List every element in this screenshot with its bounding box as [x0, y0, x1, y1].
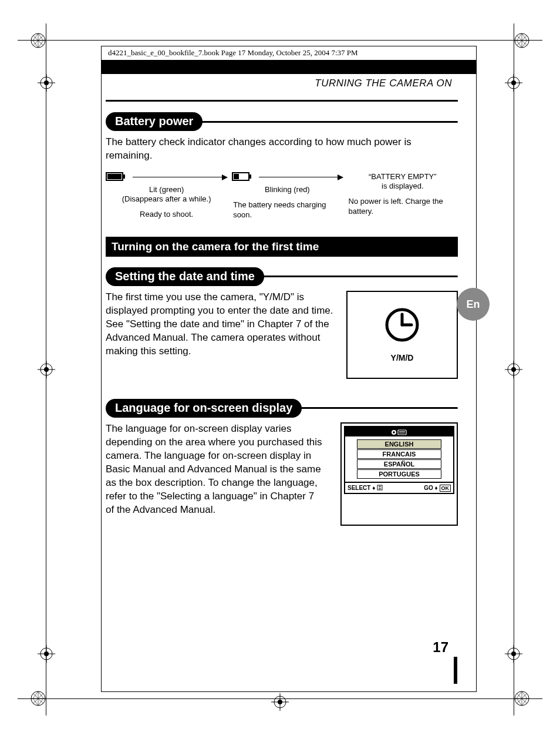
section-title: Language for on-screen display	[106, 399, 302, 418]
heading-rule	[261, 276, 458, 277]
heading-rule	[298, 407, 458, 409]
battery-state-full: Lit (green) (Disappears after a while.) …	[106, 172, 227, 220]
datetime-body: The first time you use the camera, "Y/M/…	[106, 291, 335, 370]
crop-line	[18, 698, 542, 699]
target-icon	[38, 645, 55, 663]
ymd-label: Y/M/D	[391, 353, 414, 362]
svg-rect-15	[107, 174, 122, 179]
target-icon	[38, 361, 55, 378]
battery-state-empty: “BATTERY EMPTY” is displayed. No power i…	[348, 172, 458, 220]
battery-intro: The battery check indicator changes acco…	[106, 136, 458, 163]
language-option-francais: FRANCAIS	[357, 449, 441, 459]
crop-mark-icon	[513, 32, 531, 49]
go-hint: GO ♦ OK	[424, 485, 451, 492]
section-heading-language: Language for on-screen display	[106, 399, 458, 418]
battery-low-icon	[232, 172, 252, 183]
battery-status-label: Blinking (red)	[232, 185, 342, 194]
crop-line	[514, 23, 514, 716]
language-option-portugues: PORTUGUES	[357, 469, 441, 479]
battery-desc: Ready to shoot.	[106, 210, 227, 220]
section-heading-battery: Battery power	[106, 112, 458, 131]
language-body: The language for on-screen display varie…	[106, 422, 324, 517]
clock-display: Y/M/D	[346, 291, 458, 379]
arrow-icon	[259, 177, 342, 177]
battery-desc: No power is left. Charge the battery.	[348, 197, 458, 217]
battery-states-row: Lit (green) (Disappears after a while.) …	[106, 172, 458, 220]
clock-icon	[384, 307, 420, 342]
battery-desc: The battery needs charging soon.	[232, 200, 342, 220]
svg-rect-14	[123, 174, 125, 179]
select-hint: SELECT ♦	[348, 485, 383, 492]
page-content: d4221_basic_e_00_bookfile_7.book Page 17…	[106, 47, 458, 546]
target-icon	[38, 74, 55, 92]
running-head: TURNING THE CAMERA ON	[106, 78, 458, 89]
battery-status-label: “BATTERY EMPTY” is displayed.	[348, 172, 458, 192]
battery-full-icon	[106, 172, 126, 183]
language-menu-icon	[345, 427, 453, 436]
section-heading-datetime: Setting the date and time	[106, 267, 458, 286]
svg-rect-18	[234, 174, 239, 179]
header-bar	[101, 60, 477, 74]
section-title: Battery power	[106, 112, 203, 131]
language-tab-en: En	[457, 288, 490, 321]
arrow-icon	[133, 177, 227, 177]
language-option-espanol: ESPAÑOL	[357, 459, 441, 469]
battery-status-label: Lit (green) (Disappears after a while.)	[106, 185, 227, 204]
language-menu-footer: SELECT ♦ GO ♦ OK	[345, 482, 453, 493]
battery-state-low: Blinking (red) The battery needs chargin…	[232, 172, 342, 220]
section-title: Setting the date and time	[106, 267, 264, 286]
target-icon	[271, 693, 289, 711]
crop-line	[18, 40, 542, 41]
svg-rect-23	[398, 430, 406, 435]
datetime-row: The first time you use the camera, "Y/M/…	[106, 291, 458, 379]
book-file-header: d4221_basic_e_00_bookfile_7.book Page 17…	[106, 47, 458, 60]
page-number-mark	[454, 657, 457, 684]
language-option-english: ENGLISH	[357, 439, 441, 449]
page-number: 17	[433, 639, 448, 656]
svg-rect-17	[249, 174, 251, 179]
heading-rule	[199, 121, 458, 123]
crop-line	[46, 23, 46, 716]
language-menu-display: ENGLISH FRANCAIS ESPAÑOL PORTUGUES SELEC…	[340, 422, 458, 526]
language-row: The language for on-screen display varie…	[106, 422, 458, 526]
subsection-bar-first-time: Turning on the camera for the first time	[106, 237, 458, 257]
crop-mark-icon	[29, 32, 47, 49]
divider	[106, 100, 458, 102]
